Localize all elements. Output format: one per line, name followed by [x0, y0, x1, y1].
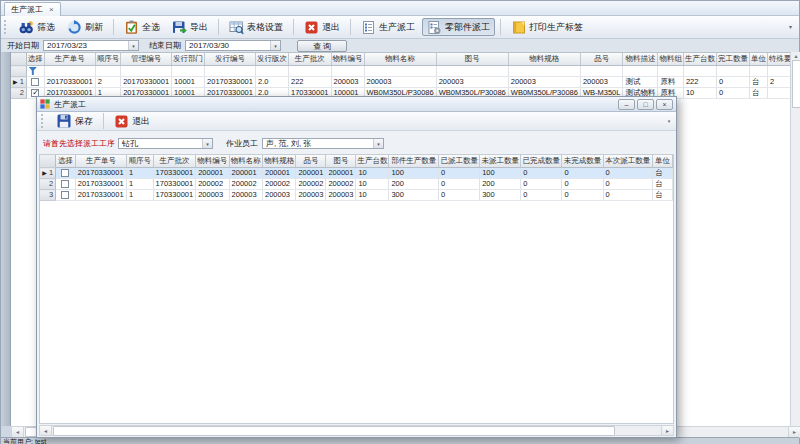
column-header[interactable]: 品号 — [296, 155, 326, 168]
dialog-titlebar[interactable]: 生产派工 – □ × — [37, 97, 676, 112]
column-header[interactable]: 特殊要求 — [767, 53, 790, 66]
scroll-left-icon[interactable]: ◂ — [40, 426, 52, 435]
column-header[interactable]: 发行部门 — [172, 53, 205, 66]
column-header[interactable]: 物料规格 — [508, 53, 580, 66]
column-header[interactable]: 顺序号 — [95, 53, 121, 66]
table-settings-icon — [229, 20, 244, 35]
auto-filter-row[interactable] — [11, 66, 790, 77]
table-row[interactable]: 2201703300011170330001200002200002200002… — [40, 179, 673, 190]
end-date-value: 2017/03/30 — [189, 41, 229, 50]
dialog-exit-button[interactable]: 退出 — [110, 114, 154, 129]
tab-close-icon[interactable]: × — [49, 3, 54, 16]
column-header[interactable]: 生产单号 — [75, 155, 126, 168]
column-header[interactable]: 生产批次 — [153, 155, 196, 168]
cell: 200002 — [196, 179, 229, 190]
refresh-button[interactable]: 刷新 — [62, 18, 108, 36]
row-checkbox[interactable] — [61, 180, 69, 188]
column-header[interactable]: 生产批次 — [288, 53, 331, 66]
column-header[interactable]: 物料编号 — [331, 53, 364, 66]
table-settings-button-label: 表格设置 — [247, 21, 283, 34]
column-header[interactable]: 图号 — [326, 155, 356, 168]
column-header[interactable]: 完工数量 — [716, 53, 749, 66]
export-icon — [172, 20, 187, 35]
scroll-right-icon[interactable]: ▸ — [661, 426, 673, 435]
column-header[interactable]: 本次派工数量 — [603, 155, 653, 168]
column-header[interactable]: 管理编号 — [121, 53, 172, 66]
filter-funnel-icon[interactable] — [29, 67, 37, 75]
left-collapsed-panel[interactable] — [1, 52, 11, 426]
cell: 200003 — [262, 190, 295, 201]
column-header[interactable]: 物料名称 — [364, 53, 436, 66]
chevron-down-icon[interactable]: ▾ — [270, 41, 280, 50]
export-button[interactable]: 导出 — [167, 18, 213, 36]
cell: 原料 — [658, 77, 684, 88]
end-date-input[interactable]: 2017/03/30 ▾ — [185, 40, 281, 51]
chevron-down-icon[interactable]: ▾ — [373, 139, 383, 148]
row-checkbox[interactable] — [61, 169, 69, 177]
scroll-up-icon[interactable]: ▴ — [791, 52, 800, 59]
parts-dispatch-button[interactable]: 零部件派工 — [422, 18, 495, 36]
column-header[interactable]: 物料编号 — [196, 155, 229, 168]
production-dispatch-button[interactable]: 生产派工 — [356, 18, 420, 36]
column-header[interactable]: 未派工数量 — [480, 155, 521, 168]
row-checkbox[interactable] — [61, 191, 69, 199]
cell: 台 — [749, 77, 767, 88]
tab-production-dispatch[interactable]: 生产派工 × — [4, 2, 61, 16]
horizontal-scroll-thumb[interactable] — [53, 426, 615, 436]
column-header[interactable]: 发行编号 — [205, 53, 256, 66]
table-row[interactable]: 3201703300011170330001200003200003200003… — [40, 190, 673, 201]
select-all-button[interactable]: 全选 — [119, 18, 165, 36]
column-header[interactable]: 未完成数量 — [562, 155, 603, 168]
cell: 300 — [389, 190, 439, 201]
column-header[interactable]: 物料规格 — [262, 155, 295, 168]
table-row[interactable]: ▶120170330001220170330001100012017033000… — [11, 77, 790, 88]
print-label-button[interactable]: 打印生产标签 — [506, 18, 588, 36]
column-header[interactable]: 顺序号 — [127, 155, 154, 168]
row-checkbox[interactable] — [31, 78, 39, 86]
column-header[interactable]: 生产单号 — [44, 53, 95, 66]
column-header[interactable]: 选择 — [26, 53, 44, 66]
tab-label: 生产派工 — [11, 3, 43, 16]
column-header[interactable]: 单位 — [749, 53, 767, 66]
column-header[interactable]: 已派工数量 — [439, 155, 480, 168]
column-header[interactable]: 品号 — [580, 53, 623, 66]
column-header[interactable]: 部件生产数量 — [389, 155, 439, 168]
table-row[interactable]: ▶120170330001117033000120000120000120000… — [40, 168, 673, 179]
chevron-down-icon[interactable]: ▾ — [202, 139, 212, 148]
column-header[interactable]: 物料描述 — [623, 53, 658, 66]
cell: 0 — [603, 168, 653, 179]
exit-button[interactable]: 退出 — [299, 18, 345, 36]
process-select-label: 请首先选择派工工序 — [43, 138, 115, 149]
save-button[interactable]: 保存 — [52, 113, 97, 129]
worker-select[interactable]: 声, 范, 刘, 张 ▾ — [262, 138, 384, 149]
worker-select-label: 作业员工 — [226, 138, 258, 149]
scroll-left-icon[interactable]: ◂ — [12, 427, 24, 437]
maximize-button[interactable]: □ — [637, 99, 654, 110]
scroll-right-icon[interactable]: ▸ — [788, 427, 800, 437]
dialog-toolbar-overflow-button[interactable]: ▾ — [664, 114, 674, 128]
main-vertical-scrollbar[interactable]: ▴ — [790, 52, 800, 426]
chevron-down-icon[interactable]: ▾ — [128, 41, 138, 50]
column-header[interactable]: 物料名称 — [229, 155, 262, 168]
dialog-horizontal-scrollbar[interactable]: ◂ ▸ — [39, 425, 674, 436]
column-header[interactable]: 选择 — [56, 155, 76, 168]
column-header[interactable]: 图号 — [436, 53, 508, 66]
toolbar-overflow-button[interactable]: ▾ — [785, 20, 796, 35]
start-date-input[interactable]: 2017/03/23 ▾ — [43, 40, 139, 51]
filter-button[interactable]: 筛选 — [14, 18, 60, 36]
minimize-button[interactable]: – — [618, 99, 635, 110]
column-header[interactable]: 发行版次 — [255, 53, 288, 66]
column-header[interactable]: 已完成数量 — [521, 155, 562, 168]
query-button[interactable]: 查 询 — [297, 40, 347, 52]
dialog-toolbar: 保存 退出 ▾ — [37, 112, 676, 131]
vertical-scroll-thumb[interactable] — [792, 60, 800, 108]
column-header[interactable]: 生产台数 — [683, 53, 716, 66]
column-header[interactable]: 生产台数 — [356, 155, 389, 168]
table-settings-button[interactable]: 表格设置 — [224, 18, 288, 36]
column-header[interactable]: 物料组 — [658, 53, 684, 66]
cell: 20170330001 — [75, 190, 126, 201]
close-button[interactable]: × — [656, 99, 673, 110]
column-header[interactable]: 单位 — [653, 155, 673, 168]
process-select[interactable]: 钻孔 ▾ — [118, 138, 213, 149]
start-date-label: 开始日期 — [7, 40, 39, 51]
